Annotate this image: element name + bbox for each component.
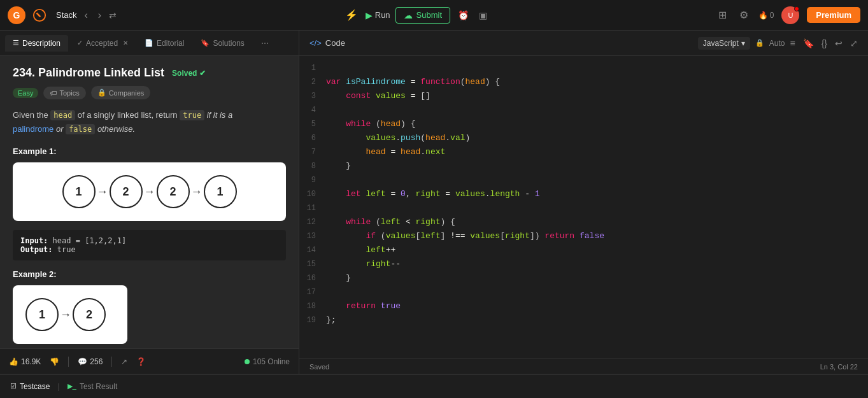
cursor-position: Ln 3, Col 22 xyxy=(820,363,858,371)
shuffle-button[interactable]: ⇄ xyxy=(109,10,117,20)
companies-button[interactable]: 🔒 Companies xyxy=(91,86,151,99)
nav-center-actions: ⚡ ▶ Run ☁ Submit ⏰ ▣ xyxy=(122,6,711,24)
submit-label: Submit xyxy=(416,10,442,20)
online-count: 105 Online xyxy=(253,357,290,366)
bottom-panel: ☑ Testcase | ▶_ Test Result xyxy=(0,374,868,398)
problem-description: Given the head of a singly linked list, … xyxy=(13,108,286,136)
code-line-6: 6 values.push(head.val) xyxy=(299,131,868,145)
tab-editorial[interactable]: 📄 Editorial xyxy=(137,35,192,52)
likes-stat[interactable]: 👍 16.9K xyxy=(9,357,41,366)
likes-count: 16.9K xyxy=(21,357,41,366)
example2-diagram: 1 → 2 xyxy=(13,285,127,344)
palindrome-link[interactable]: palindrome xyxy=(13,124,53,134)
fire-icon: 🔥 xyxy=(758,11,768,20)
companies-label: Companies xyxy=(109,89,145,97)
code-line-14: 14 left++ xyxy=(299,243,868,257)
bookmark-icon[interactable]: 🔖 xyxy=(803,38,814,48)
code-line-12: 12 while (left < right) { xyxy=(299,215,868,229)
top-navigation: G Stack ‹ › ⇄ ⚡ ▶ Run ☁ Submit ⏰ ▣ ⊞ ⚙ 🔥… xyxy=(0,0,868,31)
arrow-1: → xyxy=(97,185,108,199)
test-result-tab[interactable]: ▶_ Test Result xyxy=(68,382,117,391)
layout-button[interactable]: ⊞ xyxy=(716,6,729,24)
help-stat[interactable]: ❓ xyxy=(136,357,146,366)
code-line-10: 10 let left = 0, right = values.length -… xyxy=(299,187,868,201)
online-dot xyxy=(245,359,250,364)
format-icon[interactable]: {} xyxy=(822,38,827,48)
nav-right-section: ⊞ ⚙ 🔥 0 U Premium xyxy=(716,6,860,24)
list-icon[interactable]: ≡ xyxy=(790,38,795,48)
topics-label: Topics xyxy=(59,89,79,97)
thumbs-down-icon: 👎 xyxy=(50,357,59,366)
undo-icon[interactable]: ↩ xyxy=(835,38,843,48)
example1-diagram: 1 → 2 → 2 → 1 xyxy=(13,162,286,221)
lightning-button[interactable]: ⚡ xyxy=(343,6,360,24)
right-panel: </> Code JavaScript ▾ 🔒 Auto ≡ 🔖 {} ↩ ⤢ … xyxy=(299,31,868,374)
editorial-icon: 📄 xyxy=(145,39,153,47)
tab-editorial-label: Editorial xyxy=(157,39,184,48)
description-icon: ☰ xyxy=(13,39,19,47)
site-icon xyxy=(31,6,48,24)
code-header: </> Code JavaScript ▾ 🔒 Auto ≡ 🔖 {} ↩ ⤢ xyxy=(299,31,868,56)
node-2b: 2 xyxy=(157,175,190,208)
tab-accepted[interactable]: ✓ Accepted ✕ xyxy=(69,35,136,52)
problem-title: 234. Palindrome Linked List Solved ✔ xyxy=(13,66,286,80)
arrow-ex2: → xyxy=(60,308,71,322)
online-indicator: 105 Online xyxy=(245,357,290,366)
true-code-inline: true xyxy=(180,110,204,120)
thumbs-down-stat[interactable]: 👎 xyxy=(50,357,59,366)
tab-description[interactable]: ☰ Description xyxy=(5,35,68,52)
node-ex2-1: 1 xyxy=(25,298,59,331)
lock-icon: 🔒 xyxy=(755,39,764,47)
testcase-icon: ☑ xyxy=(10,382,17,390)
code-line-19: 19 }; xyxy=(299,313,868,327)
tab-more[interactable]: ⋯ xyxy=(253,35,276,52)
problem-content: 234. Palindrome Linked List Solved ✔ Eas… xyxy=(0,56,299,348)
panel-bottom-bar: 👍 16.9K 👎 💬 256 ↗ ❓ 105 Online xyxy=(0,348,299,374)
share-stat[interactable]: ↗ xyxy=(121,357,127,366)
check-icon: ✔ xyxy=(199,69,206,78)
left-panel: ☰ Description ✓ Accepted ✕ 📄 Editorial 🔖… xyxy=(0,31,299,374)
code-line-4: 4 xyxy=(299,103,868,117)
left-panel-tabs: ☰ Description ✓ Accepted ✕ 📄 Editorial 🔖… xyxy=(0,31,299,56)
next-problem-button[interactable]: › xyxy=(96,7,104,24)
language-selector[interactable]: JavaScript ▾ xyxy=(698,37,750,50)
prev-problem-button[interactable]: ‹ xyxy=(82,7,90,24)
solutions-icon: 🔖 xyxy=(201,39,210,47)
fullscreen-icon[interactable]: ⤢ xyxy=(850,38,858,48)
thumbs-up-icon: 👍 xyxy=(9,357,18,366)
tab-solutions[interactable]: 🔖 Solutions xyxy=(193,35,252,52)
timer-button[interactable]: ⏰ xyxy=(455,8,471,23)
avatar[interactable]: U xyxy=(781,6,799,24)
false-code-inline: false xyxy=(66,124,95,134)
code-line-9: 9 xyxy=(299,173,868,187)
node-ex2-2: 2 xyxy=(73,298,106,331)
logo: G xyxy=(8,6,25,24)
saved-status: Saved xyxy=(309,363,329,371)
play-icon: ▶ xyxy=(366,10,373,20)
test-result-label: Test Result xyxy=(80,382,117,391)
settings-button[interactable]: ⚙ xyxy=(737,6,751,24)
node-1b: 1 xyxy=(204,175,237,208)
tab-solutions-label: Solutions xyxy=(213,39,244,48)
code-line-17: 17 xyxy=(299,285,868,299)
topics-button[interactable]: 🏷 Topics xyxy=(43,87,85,99)
premium-button[interactable]: Premium xyxy=(807,7,860,23)
code-title: </> Code xyxy=(309,38,345,48)
notes-button[interactable]: ▣ xyxy=(476,8,490,23)
close-accepted-icon[interactable]: ✕ xyxy=(123,39,128,46)
code-line-15: 15 right-- xyxy=(299,257,868,271)
comments-stat[interactable]: 💬 256 xyxy=(78,357,103,366)
problem-name-nav: Stack xyxy=(56,10,77,20)
testcase-tab[interactable]: ☑ Testcase xyxy=(10,382,50,391)
code-editor[interactable]: 1 2 var isPalindrome = function(head) { … xyxy=(299,56,868,359)
language-name: JavaScript xyxy=(703,39,739,48)
run-button[interactable]: ▶ Run xyxy=(366,10,390,20)
difficulty-badge: Easy xyxy=(13,88,38,98)
head-code-inline: head xyxy=(50,110,75,120)
example2-title: Example 2: xyxy=(13,269,286,279)
auto-label: Auto xyxy=(769,39,785,48)
input-label: Input: xyxy=(20,236,48,245)
accepted-icon: ✓ xyxy=(77,39,83,47)
submit-button[interactable]: ☁ Submit xyxy=(395,7,450,24)
code-line-18: 18 return true xyxy=(299,299,868,313)
